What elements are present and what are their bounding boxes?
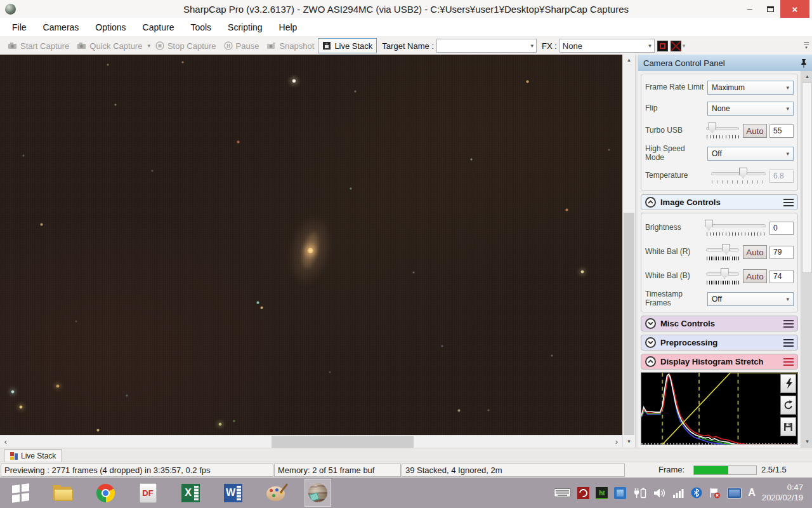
toolbar-button-label: Stop Capture bbox=[167, 41, 216, 51]
scroll-right-icon[interactable]: › bbox=[611, 436, 622, 448]
taskbar-clock[interactable]: 0:47 2020/02/19 bbox=[762, 483, 807, 503]
fx-cross-icon[interactable] bbox=[671, 41, 681, 51]
chevron-down-icon[interactable] bbox=[645, 318, 656, 329]
toolbar-overflow-button[interactable]: ▾ bbox=[802, 39, 811, 53]
fx-frame-icon[interactable] bbox=[657, 41, 668, 51]
menu-item-capture[interactable]: Capture bbox=[134, 18, 183, 37]
network-signal-icon[interactable] bbox=[672, 488, 684, 498]
brightness-value-input[interactable]: 0 bbox=[769, 222, 794, 235]
target-name-combobox[interactable]: ▾ bbox=[436, 39, 537, 53]
word-taskbar-button[interactable]: W bbox=[220, 479, 246, 506]
flip-select[interactable]: None▾ bbox=[707, 102, 794, 116]
quick-capture-button[interactable]: Quick Capture bbox=[73, 38, 146, 53]
menu-item-scripting[interactable]: Scripting bbox=[219, 18, 270, 37]
display-icon[interactable] bbox=[727, 488, 742, 498]
control-row-high-speed-mode: High Speed ModeOff▾ bbox=[645, 143, 794, 164]
tab-live-stack[interactable]: Live Stack bbox=[4, 449, 62, 462]
slider-thumb[interactable] bbox=[722, 244, 730, 255]
camera-icon bbox=[77, 42, 86, 50]
lightning-button[interactable] bbox=[780, 374, 796, 393]
white-bal-b-auto-button[interactable]: Auto bbox=[743, 269, 767, 283]
slider-thumb[interactable] bbox=[705, 220, 713, 231]
snapshot-button[interactable]: Snapshot bbox=[263, 38, 318, 53]
slider-thumb[interactable] bbox=[739, 168, 747, 178]
file-explorer-taskbar-button[interactable] bbox=[50, 479, 75, 506]
chrome-taskbar-button[interactable] bbox=[93, 479, 118, 506]
action-center-flag-icon[interactable] bbox=[709, 487, 721, 498]
ime-language-icon[interactable]: A bbox=[748, 487, 756, 498]
section-menu-icon[interactable] bbox=[783, 320, 794, 328]
select-value: Maximum bbox=[712, 83, 745, 92]
fx-combobox[interactable]: None ▾ bbox=[560, 39, 655, 53]
menu-item-file[interactable]: File bbox=[4, 18, 35, 37]
power-plug-icon[interactable] bbox=[632, 487, 647, 499]
turbo-usb-auto-button[interactable]: Auto bbox=[743, 124, 767, 138]
chevron-up-icon[interactable] bbox=[645, 197, 656, 208]
scroll-down-icon[interactable]: ▾ bbox=[623, 436, 635, 448]
minimize-button[interactable]: – bbox=[740, 0, 760, 18]
scroll-up-icon[interactable]: ▴ bbox=[623, 55, 635, 66]
white-bal-b-value-input[interactable]: 74 bbox=[769, 270, 794, 283]
ht-app-icon[interactable]: ht bbox=[596, 487, 608, 499]
remote-app-icon[interactable] bbox=[614, 487, 626, 499]
sharpcap-planet-taskbar-button[interactable] bbox=[305, 479, 331, 506]
turbo-usb-slider[interactable] bbox=[706, 121, 739, 140]
reset-button[interactable] bbox=[780, 396, 796, 415]
horizontal-scroll-thumb[interactable] bbox=[272, 436, 414, 448]
stop-capture-button[interactable]: Stop Capture bbox=[152, 38, 220, 53]
horizontal-scrollbar[interactable]: ‹ › bbox=[0, 435, 622, 448]
panel-scrollbar[interactable]: ▴ ▾ bbox=[801, 71, 812, 448]
histogram-plot bbox=[641, 373, 797, 444]
white-bal-r-slider[interactable] bbox=[706, 243, 739, 262]
section-menu-icon[interactable] bbox=[783, 339, 794, 347]
pause-button[interactable]: Pause bbox=[220, 38, 263, 53]
slider-thumb[interactable] bbox=[721, 268, 729, 279]
chevron-down-icon[interactable]: ▾ bbox=[146, 43, 152, 49]
chevron-down-icon[interactable]: ▾ bbox=[681, 43, 687, 49]
turbo-usb-value-input[interactable]: 55 bbox=[769, 124, 794, 138]
white-bal-r-auto-button[interactable]: Auto bbox=[743, 245, 767, 259]
control-label: White Bal (B) bbox=[645, 272, 706, 281]
temperature-slider[interactable] bbox=[711, 166, 766, 185]
df-app-taskbar-button[interactable]: DF bbox=[135, 479, 160, 506]
close-button[interactable]: × bbox=[780, 0, 809, 18]
chevron-down-icon[interactable] bbox=[645, 337, 656, 348]
timestamp-frames-select[interactable]: Off▾ bbox=[707, 292, 794, 306]
section-header-misc-controls[interactable]: Misc Controls bbox=[641, 316, 798, 331]
menu-item-tools[interactable]: Tools bbox=[182, 18, 219, 37]
section-menu-icon[interactable] bbox=[783, 358, 794, 366]
start-taskbar-button[interactable] bbox=[8, 479, 33, 506]
vertical-scroll-thumb[interactable] bbox=[624, 213, 634, 435]
excel-taskbar-button[interactable]: X bbox=[178, 479, 203, 506]
section-header-preprocessing[interactable]: Preprocessing bbox=[641, 335, 798, 351]
menu-item-help[interactable]: Help bbox=[271, 18, 306, 37]
scroll-left-icon[interactable]: ‹ bbox=[0, 436, 11, 448]
acrobat-icon[interactable] bbox=[577, 487, 589, 499]
frame-rate-limit-select[interactable]: Maximum▾ bbox=[707, 81, 794, 95]
chevron-up-icon[interactable] bbox=[645, 356, 656, 367]
brightness-slider[interactable] bbox=[706, 218, 766, 237]
section-menu-icon[interactable] bbox=[783, 199, 794, 206]
vertical-scrollbar[interactable]: ▴ ▾ bbox=[622, 55, 635, 448]
section-header-display-histogram-stretch[interactable]: Display Histogram Stretch bbox=[641, 354, 798, 370]
touch-keyboard-icon[interactable] bbox=[554, 487, 571, 498]
white-bal-r-value-input[interactable]: 79 bbox=[769, 246, 794, 259]
temperature-value-input[interactable]: 6.8 bbox=[769, 170, 794, 183]
save-button[interactable] bbox=[780, 417, 796, 436]
live-stack-button[interactable]: Live Stack bbox=[318, 38, 377, 53]
pin-icon[interactable] bbox=[801, 58, 807, 68]
scroll-down-icon[interactable]: ▾ bbox=[801, 436, 812, 448]
maximize-button[interactable] bbox=[760, 0, 780, 18]
bluetooth-icon[interactable] bbox=[691, 487, 702, 498]
menu-item-cameras[interactable]: Cameras bbox=[35, 18, 88, 37]
volume-icon[interactable] bbox=[653, 488, 666, 498]
menu-item-options[interactable]: Options bbox=[87, 18, 134, 37]
slider-thumb[interactable] bbox=[708, 123, 716, 133]
white-bal-b-slider[interactable] bbox=[706, 267, 739, 286]
panel-scroll-thumb[interactable] bbox=[802, 83, 812, 273]
paint-taskbar-button[interactable] bbox=[263, 479, 288, 506]
scroll-up-icon[interactable]: ▴ bbox=[801, 71, 812, 83]
section-header-image-controls[interactable]: Image Controls bbox=[641, 194, 798, 210]
high-speed-mode-select[interactable]: Off▾ bbox=[707, 147, 794, 161]
start-capture-button[interactable]: Start Capture bbox=[4, 38, 73, 53]
